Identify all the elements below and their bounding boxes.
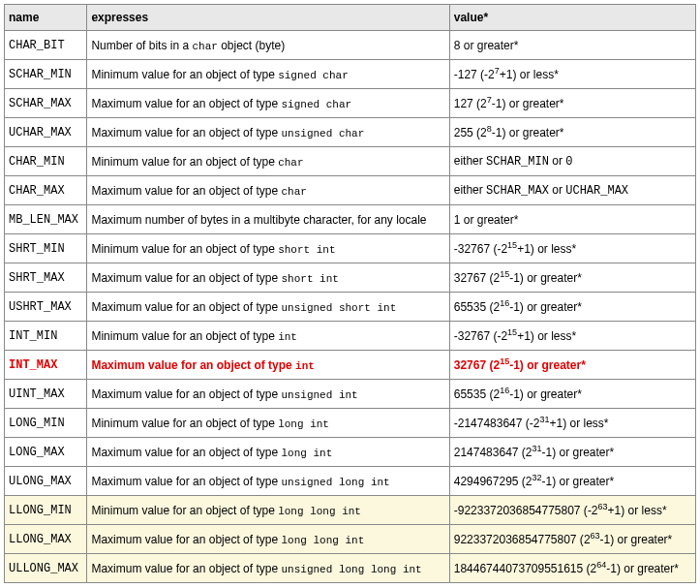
macro-name: USHRT_MAX [9, 300, 72, 314]
value-text: 32767 ( [454, 358, 494, 372]
table-row: LONG_MAXMaximum value for an object of t… [5, 438, 696, 467]
expresses-prefix: Maximum value for an object of type [91, 126, 281, 139]
expresses-prefix: Minimum value for an object of type [91, 68, 278, 81]
cell-value: 255 (28-1) or greater* [449, 118, 695, 147]
cell-name: SHRT_MIN [5, 234, 87, 263]
cell-name: INT_MIN [5, 322, 87, 351]
cell-name: SHRT_MAX [5, 263, 87, 293]
cell-expresses: Maximum value for an object of type long… [87, 438, 449, 467]
pow-base: -2 [588, 504, 598, 517]
expresses-prefix: Maximum value for an object of type [91, 562, 281, 575]
type-code: int [295, 360, 315, 372]
table-body: CHAR_BITNumber of bits in a char object … [5, 31, 696, 583]
macro-name: ULLONG_MAX [9, 562, 78, 575]
value-text: 4294967295 ( [454, 475, 526, 488]
cell-expresses: Maximum value for an object of type unsi… [87, 293, 449, 322]
table-row: LONG_MINMinimum value for an object of t… [5, 409, 696, 438]
cell-expresses: Maximum value for an object of type unsi… [87, 380, 449, 409]
macro-name: SCHAR_MAX [9, 97, 72, 110]
macro-name: ULONG_MAX [9, 475, 72, 488]
value-tail: or [549, 154, 565, 168]
cell-name: LLONG_MAX [5, 525, 87, 554]
table-row: CHAR_MINMinimum value for an object of t… [5, 147, 696, 176]
pow-after: ) or greater* [552, 446, 614, 459]
pow-after: ) or less* [512, 68, 558, 81]
cell-name: UCHAR_MAX [5, 118, 87, 147]
cell-value: 127 (27-1) or greater* [449, 89, 695, 118]
cell-value: 8 or greater* [449, 31, 695, 60]
table-row: SHRT_MINMinimum value for an object of t… [5, 234, 696, 263]
cell-expresses: Number of bits in a char object (byte) [87, 31, 449, 60]
expresses-prefix: Maximum value for an object of type [91, 475, 281, 488]
value-text: 65535 ( [454, 387, 494, 401]
pow-base: 2 [526, 446, 533, 459]
cell-name: USHRT_MAX [5, 293, 87, 322]
pow-exp: 64 [596, 560, 606, 570]
pow-op: -1 [509, 387, 520, 401]
cell-value: 65535 (216-1) or greater* [449, 293, 695, 322]
expresses-suffix: object (byte) [218, 39, 285, 52]
pow-exp: 16 [500, 298, 509, 308]
pow-after: ) or less* [531, 329, 576, 343]
pow-op: +1 [517, 242, 531, 256]
macro-name: SCHAR_MIN [9, 68, 72, 81]
type-code: signed char [281, 99, 351, 110]
expresses-prefix: Maximum value for an object of type [91, 387, 281, 401]
pow-after: ) or greater* [520, 300, 582, 314]
pow-exp: 31 [533, 444, 542, 453]
expresses-prefix: Number of bits in a [91, 39, 192, 52]
cell-value: 32767 (215-1) or greater* [449, 351, 695, 380]
cell-value: 4294967295 (232-1) or greater* [449, 467, 695, 496]
pow-base: 2 [480, 97, 487, 110]
type-code: char [192, 41, 217, 52]
type-code: int [278, 331, 297, 343]
value-text: 2147483647 ( [454, 446, 526, 459]
type-code: short int [281, 273, 338, 285]
pow-exp: 15 [500, 269, 509, 279]
type-code: short int [278, 244, 335, 256]
value-text: -32767 ( [454, 242, 498, 256]
value-text: -2147483647 ( [454, 417, 530, 430]
table-row: INT_MAXMaximum value for an object of ty… [5, 351, 696, 380]
value-text: 127 ( [454, 97, 480, 110]
pow-op: -1 [600, 533, 611, 546]
macro-name: MB_LEN_MAX [9, 213, 78, 227]
table-row: ULONG_MAXMaximum value for an object of … [5, 467, 696, 496]
cell-expresses: Minimum value for an object of type int [87, 322, 449, 351]
value-text: 1 or greater* [454, 213, 519, 227]
expresses-prefix: Maximum value for an object of type [91, 446, 281, 459]
cell-name: MB_LEN_MAX [5, 205, 87, 234]
cell-name: LONG_MAX [5, 438, 87, 467]
cell-value: -32767 (-215+1) or less* [449, 322, 695, 351]
pow-op: -1 [606, 562, 617, 575]
table-row: USHRT_MAXMaximum value for an object of … [5, 293, 696, 322]
cell-value: 32767 (215-1) or greater* [449, 263, 695, 293]
value-text: either [454, 154, 486, 168]
pow-exp: 15 [500, 356, 509, 366]
type-code: unsigned char [281, 128, 364, 139]
cell-expresses: Minimum value for an object of type char [87, 147, 449, 176]
cell-expresses: Minimum value for an object of type shor… [87, 234, 449, 263]
cell-value: -2147483647 (-231+1) or less* [449, 409, 695, 438]
pow-after: ) or less* [563, 417, 608, 430]
pow-base: -2 [484, 68, 495, 81]
pow-after: ) or greater* [520, 271, 582, 285]
pow-op: -1 [492, 97, 502, 110]
header-expresses: expresses [87, 5, 449, 31]
macro-name: INT_MAX [9, 358, 57, 372]
cell-expresses: Maximum value for an object of type shor… [87, 263, 449, 293]
pow-op: -1 [509, 358, 520, 372]
cell-expresses: Minimum value for an object of type long… [87, 496, 449, 525]
cell-expresses: Minimum value for an object of type sign… [87, 60, 449, 89]
table-row: SCHAR_MINMinimum value for an object of … [5, 60, 696, 89]
cell-expresses: Maximum value for an object of type unsi… [87, 467, 449, 496]
pow-op: -1 [492, 126, 502, 139]
cell-expresses: Maximum value for an object of type long… [87, 525, 449, 554]
expresses-prefix: Maximum value for an object of type [91, 533, 281, 546]
macro-name: UCHAR_MAX [9, 126, 72, 139]
expresses-prefix: Minimum value for an object of type [91, 329, 278, 343]
type-code: unsigned int [281, 389, 357, 401]
pow-op: +1 [608, 504, 622, 517]
cell-name: LLONG_MIN [5, 496, 87, 525]
value-tail: or [549, 183, 565, 197]
